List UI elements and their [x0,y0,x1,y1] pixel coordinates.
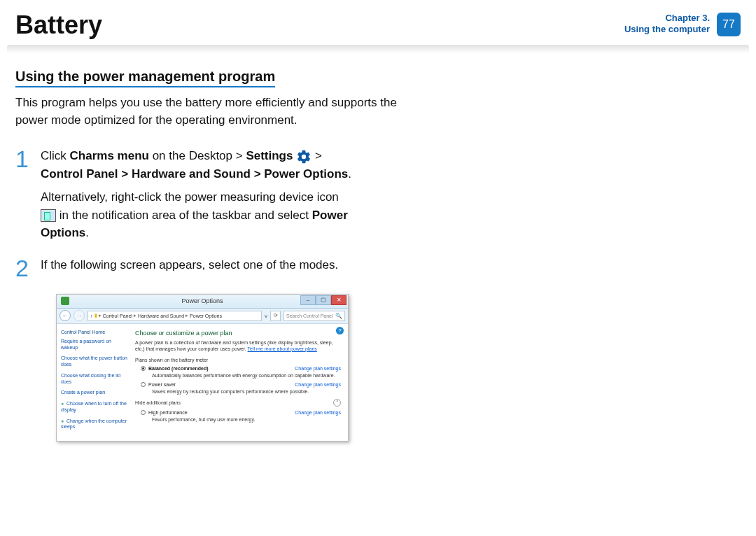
folder-up-icon: ↑ [90,313,93,318]
section-heading: Using the power management program [15,69,275,87]
refresh-button[interactable]: ⟳ [270,311,281,321]
maximize-button[interactable]: ▢ [316,295,331,305]
sidebar: Control Panel Home Require a password on… [57,324,132,441]
step-1-body: Click Charms menu on the Desktop > Setti… [41,147,398,242]
bullet-icon: ● [61,418,66,425]
gear-icon [296,149,312,164]
plan-desc: Saves energy by reducing your computer's… [152,388,341,395]
window-body: Control Panel Home Require a password on… [57,324,348,441]
window-controls: – ▢ ✕ [300,295,346,305]
sidebar-link-create-plan[interactable]: Create a power plan [61,390,128,396]
step-number: 2 [15,256,31,280]
change-plan-link[interactable]: Change plan settings [295,410,341,415]
plan-desc: Automatically balances performance with … [152,372,341,379]
search-placeholder: Search Control Panel [286,313,333,318]
close-button[interactable]: ✕ [331,295,346,305]
breadcrumb-item[interactable]: Control Panel [103,313,132,318]
content-column: Using the power management program This … [0,53,413,442]
more-link[interactable]: Tell me more about power plans [248,346,317,351]
sidebar-link-power-button[interactable]: Choose what the power button does [61,355,128,368]
window-titlebar: Power Options – ▢ ✕ [57,295,348,309]
chapter-line1: Chapter 3. [624,13,710,24]
sidebar-link-display-off[interactable]: ●Choose when to turn off the display [61,401,128,414]
header-shadow [7,45,749,53]
breadcrumb[interactable]: ↑ ▮ ▸ Control Panel ▸ Hardware and Sound… [88,311,262,321]
forward-button[interactable]: → [74,310,85,321]
chapter-block: Chapter 3. Using the computer 77 [624,13,741,36]
plan-balanced: Balanced (recommended) Change plan setti… [141,365,341,379]
step-2: 2 If the following screen appears, selec… [15,256,398,280]
sidebar-link-sleep[interactable]: ●Change when the computer sleeps [61,418,128,431]
search-icon: 🔍 [335,313,342,319]
search-input[interactable]: Search Control Panel 🔍 [284,311,345,321]
main-pane: ? Choose or customize a power plan A pow… [132,324,348,441]
page-number-badge: 77 [717,13,741,36]
page-header: Battery Chapter 3. Using the computer 77 [0,0,756,38]
collapse-icon[interactable]: ˄ [333,399,341,407]
step-1-alt2: in the notification area of the taskbar … [41,206,398,242]
bullet-icon: ● [61,401,66,407]
power-options-window: Power Options – ▢ ✕ ← → ↑ ▮ ▸ Control Pa… [56,294,349,442]
chapter-text: Chapter 3. Using the computer [624,13,710,36]
breadcrumb-item[interactable]: Power Options [190,313,222,318]
plan-name: Balanced (recommended) [148,366,209,371]
radio-power-saver[interactable] [141,382,146,387]
breadcrumb-item[interactable]: Hardware and Sound [138,313,184,318]
hide-plans-label[interactable]: Hide additional plans [135,400,181,405]
step-1-line2: Control Panel > Hardware and Sound > Pow… [41,165,398,183]
step-1-alt: Alternatively, right-click the power mea… [41,188,398,206]
hide-plans-row: Hide additional plans ˄ [135,399,341,407]
step-1-line1: Click Charms menu on the Desktop > Setti… [41,147,398,165]
meter-label: Plans shown on the battery meter [135,358,341,362]
main-heading: Choose or customize a power plan [135,330,341,337]
help-icon[interactable]: ? [336,327,344,334]
minimize-button[interactable]: – [300,295,316,305]
plan-name: Power saver [148,382,176,387]
step-1: 1 Click Charms menu on the Desktop > Set… [15,147,398,242]
battery-tray-icon [41,209,56,222]
plan-name: High performance [148,410,188,415]
radio-high-performance[interactable] [141,410,146,415]
back-button[interactable]: ← [59,310,71,321]
chapter-line2: Using the computer [624,24,710,35]
main-description: A power plan is a collection of hardware… [135,339,341,352]
plan-desc: Favors performance, but may use more ene… [152,416,341,423]
address-bar: ← → ↑ ▮ ▸ Control Panel ▸ Hardware and S… [57,309,348,324]
step-2-body: If the following screen appears, select … [41,256,338,280]
page-title: Battery [15,13,102,38]
step-number: 1 [15,147,31,242]
plan-power-saver: Power saver Change plan settings Saves e… [141,381,341,395]
section-intro: This program helps you use the battery m… [15,94,398,129]
change-plan-link[interactable]: Change plan settings [295,366,341,371]
sidebar-link-close-lid[interactable]: Choose what closing the lid does [61,373,128,386]
folder-icon: ▮ [94,313,97,318]
radio-balanced[interactable] [141,366,146,371]
sidebar-home[interactable]: Control Panel Home [61,330,128,334]
sidebar-link-password[interactable]: Require a password on wakeup [61,339,128,351]
change-plan-link[interactable]: Change plan settings [295,382,341,387]
plan-high-performance: High performance Change plan settings Fa… [141,409,341,423]
